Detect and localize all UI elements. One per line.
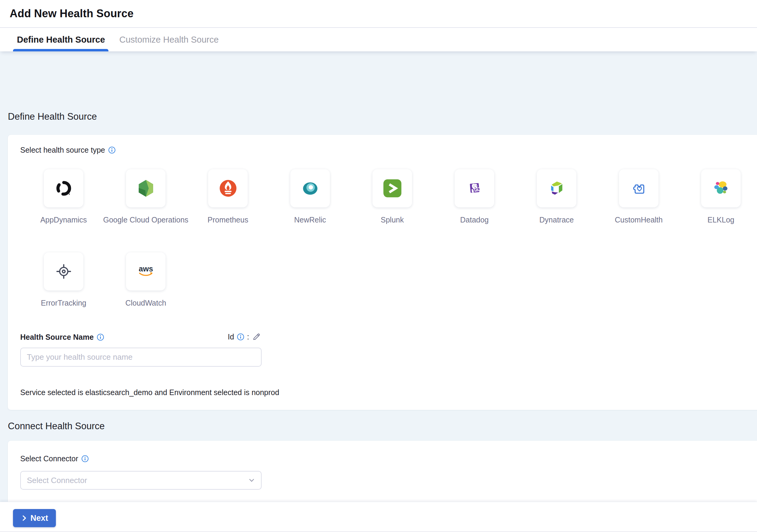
source-prometheus: Prometheus	[208, 169, 248, 224]
header: Add New Health Source	[0, 0, 757, 27]
health-source-name-label: Health Source Name	[20, 333, 94, 342]
svg-text:aws: aws	[139, 265, 153, 273]
datadog-tile[interactable]	[455, 169, 494, 207]
prometheus-icon	[218, 178, 238, 198]
tile-label: Google Cloud Operations	[103, 215, 188, 224]
tile-label: ErrorTracking	[41, 298, 86, 307]
google-cloud-operations-tile[interactable]	[126, 169, 166, 207]
customhealth-icon	[629, 179, 648, 198]
appdynamics-icon	[54, 179, 74, 198]
source-google-cloud-operations: Google Cloud Operations	[126, 169, 166, 224]
health-source-name-input[interactable]	[20, 348, 261, 367]
next-button-label: Next	[31, 514, 48, 523]
tab-bar: Define Health Source Customize Health So…	[0, 28, 757, 51]
source-tiles-row-2: ErrorTracking aws CloudWatch	[44, 252, 166, 307]
tile-label: Dynatrace	[539, 215, 574, 224]
info-icon[interactable]	[108, 146, 116, 154]
chevron-right-icon	[21, 515, 27, 521]
info-icon[interactable]	[97, 333, 104, 341]
connector-dropdown-placeholder: Select Connector	[27, 476, 248, 485]
page-title: Add New Health Source	[10, 7, 134, 20]
content-area: Define Health Source Select health sourc…	[0, 51, 757, 502]
define-section-heading: Define Health Source	[8, 111, 97, 122]
customhealth-tile[interactable]	[619, 169, 658, 207]
source-elklog: ELKLog	[701, 169, 741, 224]
connect-section-heading: Connect Health Source	[8, 421, 105, 432]
header-divider	[0, 27, 757, 28]
tile-label: ELKLog	[708, 215, 734, 224]
source-cloudwatch: aws CloudWatch	[126, 252, 166, 307]
elk-tile[interactable]	[701, 169, 741, 207]
footer-bar: Next	[0, 502, 757, 532]
source-newrelic: NewRelic	[290, 169, 330, 224]
select-type-label-row: Select health source type	[20, 146, 116, 154]
cloudwatch-tile[interactable]: aws	[126, 252, 166, 291]
tab-define-health-source[interactable]: Define Health Source	[17, 28, 105, 51]
prometheus-tile[interactable]	[208, 169, 248, 207]
source-splunk: Splunk	[373, 169, 412, 224]
google-cloud-operations-icon	[136, 178, 156, 198]
select-connector-label: Select Connector	[20, 454, 78, 463]
newrelic-icon	[300, 178, 320, 198]
source-errortracking: ErrorTracking	[44, 252, 83, 307]
id-colon: :	[247, 332, 249, 341]
health-source-name-label-row: Health Source Name	[20, 333, 104, 342]
tile-label: Splunk	[380, 215, 404, 224]
service-environment-note: Service selected is elasticsearch_demo a…	[20, 388, 279, 397]
connector-dropdown[interactable]: Select Connector	[20, 471, 261, 490]
id-group: Id :	[228, 332, 261, 341]
splunk-icon	[383, 179, 402, 198]
select-connector-label-row: Select Connector	[20, 454, 89, 463]
tile-label: Prometheus	[207, 215, 248, 224]
errortracking-icon	[54, 262, 74, 281]
source-tiles-row-1: AppDynamics Google Cloud Operations Prom…	[44, 169, 741, 224]
chevron-down-icon	[248, 476, 256, 484]
tile-label: Datadog	[460, 215, 489, 224]
cloudwatch-aws-icon: aws	[135, 261, 157, 282]
datadog-icon	[465, 179, 484, 198]
newrelic-tile[interactable]	[290, 169, 330, 207]
active-tab-underline	[13, 49, 108, 51]
dynatrace-icon	[547, 179, 566, 198]
tile-label: NewRelic	[294, 215, 326, 224]
elk-icon	[712, 179, 731, 198]
appdynamics-tile[interactable]	[44, 169, 83, 207]
tab-customize-health-source[interactable]: Customize Health Source	[119, 28, 219, 51]
info-icon[interactable]	[237, 333, 244, 341]
dynatrace-tile[interactable]	[537, 169, 576, 207]
source-customhealth: CustomHealth	[619, 169, 658, 224]
info-icon[interactable]	[81, 455, 89, 462]
tile-label: CloudWatch	[125, 298, 166, 307]
splunk-tile[interactable]	[373, 169, 412, 207]
id-label: Id	[228, 332, 234, 341]
define-health-source-card: Select health source type AppDynamics Go…	[8, 135, 757, 410]
source-dynatrace: Dynatrace	[537, 169, 576, 224]
errortracking-tile[interactable]	[44, 252, 83, 291]
tile-label: AppDynamics	[40, 215, 87, 224]
pencil-edit-icon[interactable]	[252, 332, 261, 341]
source-appdynamics: AppDynamics	[44, 169, 83, 224]
select-type-label: Select health source type	[20, 146, 105, 154]
source-datadog: Datadog	[455, 169, 494, 224]
next-button[interactable]: Next	[13, 509, 56, 527]
tile-label: CustomHealth	[615, 215, 662, 224]
